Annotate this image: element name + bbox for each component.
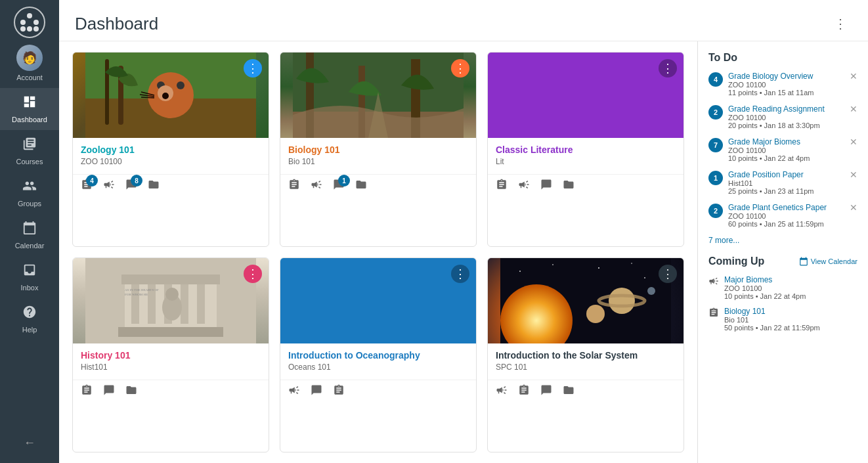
- todo-title-3[interactable]: Grade Major Biomes: [728, 137, 810, 146]
- bio-discussions-badge: 1: [338, 175, 350, 187]
- sidebar-item-help[interactable]: Help: [0, 298, 59, 340]
- todo-title-5[interactable]: Grade Plant Genetics Paper: [728, 203, 827, 212]
- svg-point-33: [519, 271, 521, 272]
- canvas-logo[interactable]: [14, 7, 45, 38]
- solar-files-btn[interactable]: [563, 384, 575, 399]
- coming-up-sub-1: ZOO 1010010 points • Jan 22 at 4pm: [724, 284, 806, 300]
- zoo-assignments-btn[interactable]: 4: [81, 179, 93, 194]
- svg-rect-25: [197, 281, 205, 324]
- todo-title-2[interactable]: Grade Reading Assignment: [728, 104, 825, 114]
- todo-item-5: 2 Grade Plant Genetics Paper ZOO 1010060…: [708, 203, 857, 228]
- todo-item-4: 1 Grade Position Paper Hist10125 points …: [708, 170, 857, 195]
- bio-discussions-btn[interactable]: 1: [333, 179, 345, 194]
- ocean-assignments-btn[interactable]: [333, 384, 345, 399]
- lit-announcements-btn[interactable]: [518, 179, 530, 194]
- ocean-discussions-btn[interactable]: [311, 384, 322, 399]
- calendar-icon: [22, 221, 37, 239]
- hist-assignments-btn[interactable]: [81, 384, 93, 399]
- ocean-card-body: Introduction to Oceanography Oceans 101: [280, 343, 476, 380]
- zoo-files-btn[interactable]: [148, 179, 160, 194]
- course-image-hist101: AS IN THE HEARTS OF FOR WHOM HE ⋮: [73, 258, 269, 343]
- hist-card-menu-btn[interactable]: ⋮: [244, 265, 262, 283]
- todo-close-4[interactable]: ✕: [850, 170, 857, 179]
- coming-up-content-2: Biology 101 Bio 10150 points • Jan 22 at…: [724, 307, 820, 332]
- todo-sub-2: ZOO 1010020 points • Jan 18 at 3:30pm: [728, 114, 825, 129]
- bio-announcements-btn[interactable]: [311, 179, 322, 194]
- sidebar-item-courses[interactable]: Courses: [0, 130, 59, 172]
- sidebar-item-calendar-label: Calendar: [15, 242, 45, 250]
- sidebar-item-courses-label: Courses: [16, 158, 43, 165]
- hist-card-title: History 101: [81, 350, 261, 361]
- coming-up-title-1[interactable]: Major Biomes: [724, 275, 806, 284]
- todo-badge-4: 1: [708, 171, 723, 185]
- hist-discussions-btn[interactable]: [103, 384, 115, 399]
- sidebar-item-account[interactable]: 🧑 Account: [0, 38, 59, 88]
- todo-close-2[interactable]: ✕: [850, 104, 857, 114]
- solar-discussions-btn[interactable]: [540, 384, 552, 399]
- svg-rect-24: [181, 281, 188, 324]
- avatar: 🧑: [16, 45, 43, 71]
- zoo-card-menu-btn[interactable]: ⋮: [244, 59, 262, 77]
- view-calendar-link[interactable]: View Calendar: [799, 257, 857, 266]
- todo-item-1: 4 Grade Biology Overview ZOO 1010011 poi…: [708, 72, 857, 97]
- solar-assignments-btn[interactable]: [518, 384, 530, 399]
- hist-card-footer: [73, 380, 269, 406]
- sidebar-item-inbox-label: Inbox: [21, 284, 39, 292]
- sidebar-item-calendar[interactable]: Calendar: [0, 214, 59, 256]
- svg-point-34: [552, 264, 553, 265]
- svg-point-6: [177, 81, 184, 89]
- solar-card-menu-btn[interactable]: ⋮: [659, 265, 677, 283]
- coming-up-title-2[interactable]: Biology 101: [724, 307, 820, 316]
- todo-more-link[interactable]: 7 more...: [708, 236, 857, 245]
- svg-rect-27: [118, 327, 223, 337]
- coming-up-header: Coming Up View Calendar: [708, 255, 857, 267]
- ocean-card-footer: [280, 380, 476, 406]
- sidebar-item-groups[interactable]: Groups: [0, 172, 59, 214]
- lit-discussions-btn[interactable]: [540, 179, 552, 194]
- header-menu-button[interactable]: ⋮: [829, 13, 852, 34]
- sidebar-item-dashboard[interactable]: Dashboard: [0, 88, 59, 130]
- sidebar: 🧑 Account Dashboard Courses Groups Calen…: [0, 0, 59, 463]
- sidebar-item-inbox[interactable]: Inbox: [0, 256, 59, 298]
- page-title: Dashboard: [75, 14, 158, 34]
- svg-text:FOR WHOM HE: FOR WHOM HE: [125, 293, 148, 296]
- svg-point-8: [162, 93, 169, 99]
- ocean-card-code: Oceans 101: [288, 363, 468, 372]
- lit-assignments-btn[interactable]: [496, 179, 508, 194]
- ocean-card-title: Introduction to Oceanography: [288, 350, 468, 361]
- zoo-discussions-btn[interactable]: 8: [125, 179, 137, 194]
- todo-content-5: Grade Plant Genetics Paper ZOO 1010060 p…: [728, 203, 827, 228]
- assignment-icon-2: [708, 307, 719, 320]
- lit-files-btn[interactable]: [563, 179, 575, 194]
- todo-badge-5: 2: [708, 204, 723, 218]
- todo-close-5[interactable]: ✕: [850, 203, 857, 212]
- course-card-solar: ⋮ Introduction to the Solar System SPC 1…: [487, 257, 684, 452]
- bio-files-btn[interactable]: [355, 179, 367, 194]
- zoo-announcements-btn[interactable]: [103, 179, 115, 194]
- todo-close-1[interactable]: ✕: [850, 72, 857, 81]
- todo-item-3: 7 Grade Major Biomes ZOO 1010010 points …: [708, 137, 857, 162]
- ocean-announcements-btn[interactable]: [288, 384, 300, 399]
- zoo-card-footer: 4 8: [73, 174, 269, 200]
- todo-item-2: 2 Grade Reading Assignment ZOO 1010020 p…: [708, 104, 857, 129]
- todo-title-1[interactable]: Grade Biology Overview: [728, 72, 814, 81]
- hist-files-btn[interactable]: [125, 384, 137, 399]
- lit-card-menu-btn[interactable]: ⋮: [659, 59, 677, 77]
- bio-card-menu-btn[interactable]: ⋮: [451, 59, 469, 77]
- sidebar-collapse-btn[interactable]: ←: [0, 430, 59, 456]
- bio-assignments-btn[interactable]: [288, 179, 300, 194]
- todo-title-4[interactable]: Grade Position Paper: [728, 170, 814, 179]
- ocean-card-menu-btn[interactable]: ⋮: [451, 265, 469, 283]
- solar-announcements-btn[interactable]: [496, 384, 508, 399]
- sidebar-item-account-label: Account: [16, 74, 43, 81]
- content-area: ⋮ Zoology 101 ZOO 10100 4: [59, 41, 868, 463]
- help-icon: [22, 305, 37, 323]
- bio-card-title: Biology 101: [288, 144, 468, 155]
- todo-badge-2: 2: [708, 105, 723, 120]
- todo-section-title: To Do: [708, 52, 857, 64]
- svg-point-29: [165, 288, 179, 301]
- bio-card-body: Biology 101 Bio 101: [280, 138, 476, 174]
- bio-card-code: Bio 101: [288, 157, 468, 166]
- lit-card-title: Classic Literature: [496, 144, 676, 155]
- todo-close-3[interactable]: ✕: [850, 137, 857, 146]
